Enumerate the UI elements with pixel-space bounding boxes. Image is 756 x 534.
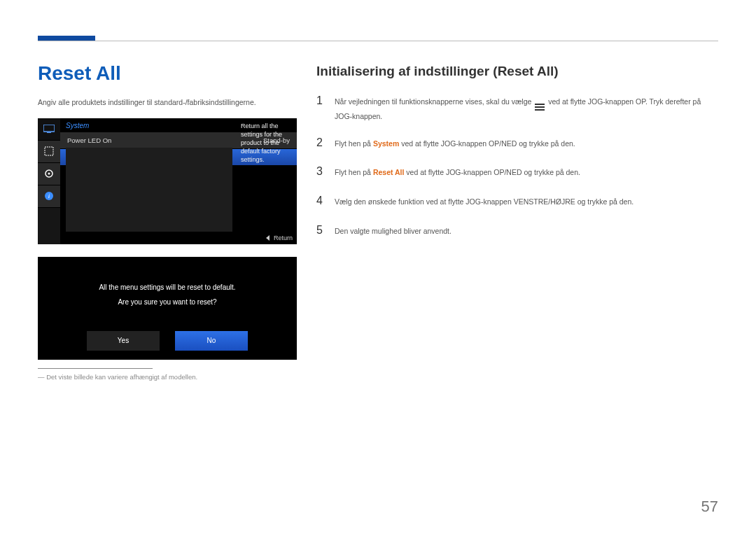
gear-icon bbox=[38, 163, 60, 185]
confirm-button-row: Yes No bbox=[87, 331, 248, 351]
osd-main-panel: System Power LED On Stand-by Reset All R… bbox=[60, 118, 297, 244]
step-text: Den valgte mulighed bliver anvendt. bbox=[335, 225, 451, 237]
svg-rect-1 bbox=[47, 132, 51, 133]
step-number: 5 bbox=[316, 221, 325, 239]
osd-sidebar: i bbox=[38, 118, 60, 244]
highlight-system: System bbox=[373, 139, 399, 148]
highlight-reset-all: Reset All bbox=[373, 168, 405, 176]
step-text: Flyt hen på System ved at flytte JOG-kna… bbox=[335, 138, 575, 150]
top-rule bbox=[38, 41, 718, 41]
step-4: 4 Vælg den ønskede funktion ved at flytt… bbox=[316, 192, 718, 210]
right-column: Initialisering af indstillinger (Reset A… bbox=[316, 62, 718, 381]
instruction-steps: 1 Når vejledningen til funktionsknappern… bbox=[316, 92, 718, 239]
osd-footer: Return bbox=[266, 234, 293, 241]
step-text: Når vejledningen til funktionsknapperne … bbox=[335, 96, 718, 122]
step-number: 2 bbox=[316, 134, 325, 152]
yes-button[interactable]: Yes bbox=[87, 331, 160, 351]
two-column-layout: Reset All Angiv alle produktets indstill… bbox=[38, 62, 718, 381]
step-text: Vælg den ønskede funktion ved at flytte … bbox=[335, 196, 634, 208]
intro-text: Angiv alle produktets indstillinger til … bbox=[38, 97, 297, 108]
osd-body-area bbox=[66, 148, 232, 232]
osd-row-label: Power LED On bbox=[67, 136, 111, 144]
left-column: Reset All Angiv alle produktets indstill… bbox=[38, 62, 297, 381]
footnote-text: ― Det viste billede kan variere afhængig… bbox=[38, 373, 297, 381]
svg-point-4 bbox=[48, 173, 50, 175]
step-number: 4 bbox=[316, 192, 325, 210]
section-title: Reset All bbox=[38, 62, 297, 85]
step-number: 3 bbox=[316, 162, 325, 181]
svg-rect-0 bbox=[43, 125, 55, 132]
info-icon: i bbox=[38, 185, 60, 208]
step-1: 1 Når vejledningen til funktionsknappern… bbox=[316, 92, 718, 122]
footnote-rule bbox=[38, 368, 153, 369]
confirm-line-1: All the menu settings will be reset to d… bbox=[99, 283, 235, 291]
step-text: Flyt hen på Reset All ved at flytte JOG-… bbox=[335, 167, 580, 178]
monitor-icon bbox=[38, 118, 60, 141]
no-button[interactable]: No bbox=[175, 331, 248, 351]
triangle-left-icon bbox=[266, 235, 270, 241]
osd-return-label: Return bbox=[274, 234, 293, 241]
step-3: 3 Flyt hen på Reset All ved at flytte JO… bbox=[316, 162, 718, 181]
picture-icon bbox=[38, 141, 60, 163]
osd-confirm-dialog-figure: All the menu settings will be reset to d… bbox=[38, 257, 297, 360]
svg-rect-2 bbox=[45, 147, 53, 155]
step-2: 2 Flyt hen på System ved at flytte JOG-k… bbox=[316, 134, 718, 152]
osd-system-menu-figure: i System Power LED On Stand-by Reset All… bbox=[38, 118, 297, 244]
menu-icon bbox=[535, 104, 545, 111]
osd-description-panel: Return all the settings for the product … bbox=[237, 118, 297, 164]
subsection-title: Initialisering af indstillinger (Reset A… bbox=[316, 64, 718, 79]
manual-page: Reset All Angiv alle produktets indstill… bbox=[0, 0, 756, 381]
step-number: 1 bbox=[316, 92, 325, 110]
page-number: 57 bbox=[701, 498, 718, 516]
confirm-line-2: Are you sure you want to reset? bbox=[118, 298, 216, 306]
step-5: 5 Den valgte mulighed bliver anvendt. bbox=[316, 221, 718, 239]
